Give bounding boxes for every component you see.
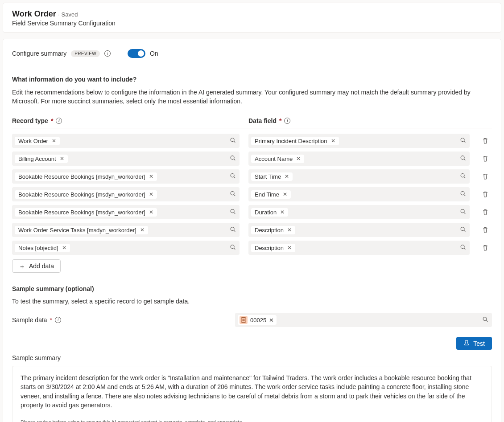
record-type-lookup[interactable]: Bookable Resource Bookings [msdyn_workor… — [12, 205, 240, 219]
data-field-chip[interactable]: Description✕ — [251, 244, 295, 252]
sample-data-lookup[interactable]: 00025 ✕ — [235, 313, 492, 327]
record-type-lookup[interactable]: Bookable Resource Bookings [msdyn_workor… — [12, 169, 240, 184]
remove-chip-icon[interactable]: ✕ — [269, 317, 274, 324]
delete-row-button[interactable] — [479, 155, 492, 162]
info-icon[interactable]: i — [55, 317, 61, 323]
chip-label: Bookable Resource Bookings [msdyn_workor… — [18, 209, 145, 216]
sample-data-row: Sample data * i 00025 ✕ — [12, 313, 492, 327]
delete-row-button[interactable] — [479, 191, 492, 198]
search-icon[interactable] — [460, 209, 466, 216]
data-field-lookup[interactable]: Description✕ — [248, 223, 470, 237]
data-field-lookup[interactable]: Primary Incident Description✕ — [248, 134, 470, 148]
remove-chip-icon[interactable]: ✕ — [295, 156, 302, 162]
sample-data-label: Sample data * i — [12, 316, 235, 324]
remove-chip-icon[interactable]: ✕ — [330, 138, 336, 144]
data-field-chip[interactable]: Duration✕ — [251, 208, 288, 217]
search-icon[interactable] — [482, 316, 488, 324]
data-row: Bookable Resource Bookings [msdyn_workor… — [12, 169, 492, 184]
remove-chip-icon[interactable]: ✕ — [282, 191, 288, 197]
svg-point-14 — [461, 192, 464, 195]
chip-label: Start Time — [255, 173, 281, 180]
record-type-chip[interactable]: Notes [objectid]✕ — [15, 244, 70, 252]
search-icon[interactable] — [460, 244, 466, 252]
sample-summary-title: Sample summary (optional) — [12, 285, 492, 292]
info-icon[interactable]: i — [104, 50, 111, 57]
sample-summary-text: The primary incident description for the… — [21, 373, 483, 410]
data-field-chip[interactable]: End Time✕ — [251, 190, 291, 199]
svg-line-15 — [464, 195, 465, 196]
remove-chip-icon[interactable]: ✕ — [284, 173, 290, 180]
search-icon[interactable] — [230, 173, 236, 180]
data-field-chip[interactable]: Primary Incident Description✕ — [251, 137, 339, 145]
search-icon[interactable] — [460, 137, 466, 145]
remove-chip-icon[interactable]: ✕ — [286, 227, 293, 233]
record-type-chip[interactable]: Work Order✕ — [15, 137, 60, 145]
data-row: Work Order✕Primary Incident Description✕ — [12, 134, 492, 148]
remove-chip-icon[interactable]: ✕ — [139, 227, 145, 233]
info-icon[interactable]: i — [56, 118, 62, 124]
chip-label: Account Name — [255, 156, 293, 162]
remove-chip-icon[interactable]: ✕ — [59, 156, 65, 162]
svg-point-0 — [231, 138, 234, 142]
data-row: Bookable Resource Bookings [msdyn_workor… — [12, 187, 492, 201]
svg-point-26 — [461, 245, 464, 249]
svg-line-27 — [464, 248, 465, 250]
sample-record-chip[interactable]: 00025 ✕ — [238, 315, 277, 325]
data-field-lookup[interactable]: Duration✕ — [248, 205, 470, 219]
remove-chip-icon[interactable]: ✕ — [286, 245, 293, 251]
delete-row-button[interactable] — [479, 137, 492, 144]
data-field-chip[interactable]: Start Time✕ — [251, 172, 293, 181]
delete-row-button[interactable] — [479, 226, 492, 234]
record-type-lookup[interactable]: Bookable Resource Bookings [msdyn_workor… — [12, 187, 240, 201]
chip-label: Description — [255, 227, 284, 234]
search-icon[interactable] — [230, 137, 236, 145]
data-field-chip[interactable]: Account Name✕ — [251, 155, 304, 163]
data-field-chip[interactable]: Description✕ — [251, 226, 295, 234]
record-type-chip[interactable]: Work Order Service Tasks [msdyn_workorde… — [15, 226, 148, 234]
search-icon[interactable] — [230, 244, 236, 252]
search-icon[interactable] — [230, 191, 236, 198]
search-icon[interactable] — [230, 209, 236, 216]
record-type-chip[interactable]: Bookable Resource Bookings [msdyn_workor… — [15, 172, 157, 181]
test-button[interactable]: Test — [456, 337, 492, 350]
search-icon[interactable] — [230, 155, 236, 163]
remove-chip-icon[interactable]: ✕ — [51, 138, 57, 144]
remove-chip-icon[interactable]: ✕ — [61, 245, 67, 251]
delete-row-button[interactable] — [479, 244, 492, 251]
search-icon[interactable] — [230, 226, 236, 234]
chip-label: Notes [objectid] — [18, 245, 58, 251]
data-field-lookup[interactable]: Description✕ — [248, 241, 470, 255]
data-field-lookup[interactable]: Account Name✕ — [248, 152, 470, 166]
data-row: Notes [objectid]✕Description✕ — [12, 241, 492, 255]
chip-label: Bookable Resource Bookings [msdyn_workor… — [18, 173, 145, 180]
info-icon[interactable]: i — [284, 118, 290, 124]
data-field-lookup[interactable]: End Time✕ — [248, 187, 470, 201]
search-icon[interactable] — [460, 173, 466, 180]
svg-rect-28 — [241, 318, 246, 323]
add-data-button[interactable]: ＋ Add data — [12, 259, 61, 273]
record-type-lookup[interactable]: Billing Account✕ — [12, 152, 240, 166]
required-asterisk: * — [279, 117, 281, 124]
record-type-lookup[interactable]: Notes [objectid]✕ — [12, 241, 240, 255]
record-type-chip[interactable]: Billing Account✕ — [15, 155, 68, 163]
remove-chip-icon[interactable]: ✕ — [279, 209, 285, 215]
remove-chip-icon[interactable]: ✕ — [148, 173, 154, 180]
record-type-lookup[interactable]: Work Order Service Tasks [msdyn_workorde… — [12, 223, 240, 237]
sample-summary-box: The primary incident description for the… — [12, 366, 492, 422]
record-type-chip[interactable]: Bookable Resource Bookings [msdyn_workor… — [15, 190, 157, 199]
svg-point-22 — [461, 227, 464, 231]
delete-row-button[interactable] — [479, 209, 492, 216]
configure-summary-toggle[interactable] — [128, 49, 145, 58]
data-field-lookup[interactable]: Start Time✕ — [248, 169, 470, 184]
remove-chip-icon[interactable]: ✕ — [148, 191, 154, 197]
search-icon[interactable] — [460, 155, 466, 163]
page-title: Work Order — [12, 9, 56, 18]
search-icon[interactable] — [460, 191, 466, 198]
record-type-lookup[interactable]: Work Order✕ — [12, 134, 240, 148]
search-icon[interactable] — [460, 226, 466, 234]
section-help-text: Edit the recommendations below to config… — [12, 88, 492, 106]
remove-chip-icon[interactable]: ✕ — [148, 209, 154, 215]
svg-point-31 — [483, 317, 487, 321]
record-type-chip[interactable]: Bookable Resource Bookings [msdyn_workor… — [15, 208, 157, 217]
delete-row-button[interactable] — [479, 173, 492, 180]
